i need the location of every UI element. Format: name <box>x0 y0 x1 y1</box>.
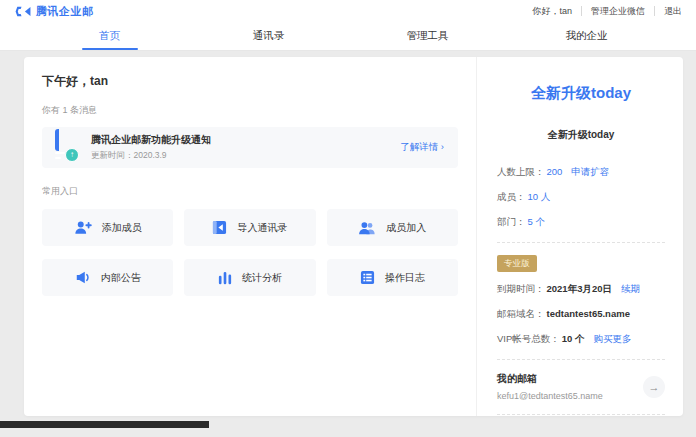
entry-label: 成员加入 <box>386 221 426 235</box>
learn-more-link[interactable]: 了解详情 › <box>400 141 444 154</box>
mailbox-title: 我的邮箱 <box>497 372 603 386</box>
announcement-icon <box>75 271 91 284</box>
stat-departments: 部门：5 个 <box>497 216 665 229</box>
upgrade-notice-icon: ↑ <box>55 134 79 162</box>
main-column: 下午好，tan 你有 1 条消息 ↑ 腾讯企业邮新功能升级通知 更新时间：202… <box>24 57 477 416</box>
upgrade-banner-title[interactable]: 全新升级today <box>497 84 665 103</box>
entry-label: 导入通讯录 <box>237 221 287 235</box>
operation-log-button[interactable]: 操作日志 <box>327 259 458 296</box>
operation-log-icon <box>360 270 375 285</box>
plan-domain: 邮箱域名：tedtantest65.name <box>497 308 665 321</box>
member-join-button[interactable]: 成员加入 <box>327 209 458 246</box>
notice-title: 腾讯企业邮新功能升级通知 <box>91 133 211 147</box>
stat-member-limit: 人数上限：200申请扩容 <box>497 166 665 179</box>
divider <box>497 359 665 360</box>
go-to-mailbox-button[interactable]: → <box>643 376 665 398</box>
import-contacts-icon <box>212 220 227 235</box>
upload-arrow-icon: ↑ <box>65 148 79 162</box>
plan-badge: 专业版 <box>497 255 537 272</box>
app-logo[interactable]: 腾讯企业邮 <box>15 4 94 19</box>
add-member-button[interactable]: 添加成员 <box>42 209 173 246</box>
top-bar: 腾讯企业邮 你好，tan 管理企业微信 退出 <box>0 0 696 22</box>
statistics-icon <box>218 271 232 285</box>
add-member-icon <box>74 220 92 235</box>
exmail-logo-icon <box>15 6 31 17</box>
user-greeting[interactable]: 你好，tan <box>523 6 581 16</box>
arrow-right-icon: → <box>649 381 660 393</box>
content-card: 下午好，tan 你有 1 条消息 ↑ 腾讯企业邮新功能升级通知 更新时间：202… <box>24 57 683 416</box>
tab-contacts[interactable]: 通讯录 <box>189 22 348 50</box>
renew-link[interactable]: 续期 <box>621 283 640 294</box>
manage-wechat-link[interactable]: 管理企业微信 <box>581 6 654 16</box>
page-greeting: 下午好，tan <box>42 73 458 90</box>
notice-updated-time: 更新时间：2020.3.9 <box>91 150 211 162</box>
mailbox-address: kefu1@tedtantest65.name <box>497 391 603 401</box>
entry-label: 内部公告 <box>101 271 141 285</box>
logo-text: 腾讯企业邮 <box>36 4 94 19</box>
entry-label: 添加成员 <box>102 221 142 235</box>
plan-section: 专业版 到期时间：2021年3月20日续期 邮箱域名：tedtantest65.… <box>497 255 665 346</box>
buy-more-link[interactable]: 购买更多 <box>594 333 632 344</box>
statistics-button[interactable]: 统计分析 <box>184 259 315 296</box>
quick-entries-grid: 添加成员 导入通讯录 <box>42 209 458 296</box>
quick-entries-label: 常用入口 <box>42 185 458 198</box>
bottom-progress-bar <box>0 421 209 428</box>
my-mailbox-section: 我的邮箱 kefu1@tedtantest65.name → <box>497 372 665 401</box>
internal-announcement-button[interactable]: 内部公告 <box>42 259 173 296</box>
tab-home[interactable]: 首页 <box>30 22 189 50</box>
stat-members: 成员：10 人 <box>497 191 665 204</box>
plan-expiry: 到期时间：2021年3月20日续期 <box>497 283 665 296</box>
divider <box>497 414 665 415</box>
import-contacts-button[interactable]: 导入通讯录 <box>184 209 315 246</box>
entry-label: 统计分析 <box>242 271 282 285</box>
tab-my-company[interactable]: 我的企业 <box>507 22 666 50</box>
message-count: 你有 1 条消息 <box>42 104 458 117</box>
org-stats: 人数上限：200申请扩容 成员：10 人 部门：5 个 <box>497 166 665 229</box>
member-join-icon <box>358 221 376 235</box>
entry-label: 操作日志 <box>385 271 425 285</box>
top-links: 你好，tan 管理企业微信 退出 <box>523 6 682 16</box>
logout-link[interactable]: 退出 <box>654 6 682 16</box>
plan-vip-count: VIP帐号总数：10 个购买更多 <box>497 333 665 346</box>
tab-admin-tools[interactable]: 管理工具 <box>348 22 507 50</box>
upgrade-banner-subtitle: 全新升级today <box>497 128 665 142</box>
divider <box>497 242 665 243</box>
upgrade-notice-item[interactable]: ↑ 腾讯企业邮新功能升级通知 更新时间：2020.3.9 了解详情 › <box>42 127 458 168</box>
main-nav: 首页 通讯录 管理工具 我的企业 <box>0 22 696 51</box>
apply-expand-link[interactable]: 申请扩容 <box>571 166 609 177</box>
info-sidebar: 全新升级today 全新升级today 人数上限：200申请扩容 成员：10 人… <box>477 57 683 416</box>
